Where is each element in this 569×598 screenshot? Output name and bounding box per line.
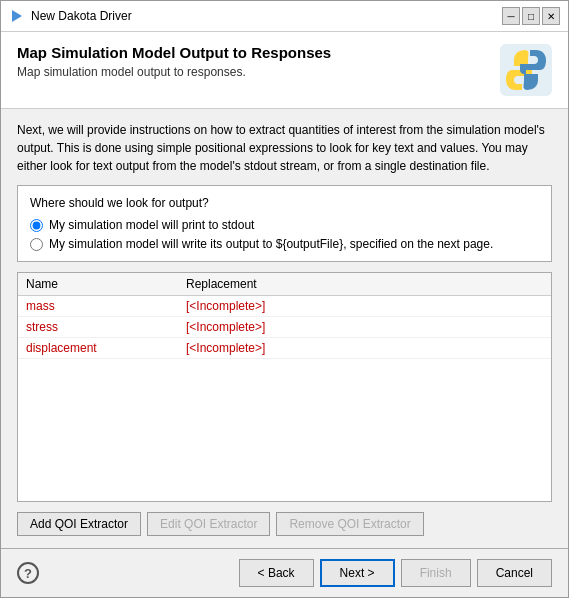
edit-qoi-button[interactable]: Edit QOI Extractor xyxy=(147,512,270,536)
cell-replacement-1: [<Incomplete>] xyxy=(186,320,543,334)
footer: ? < Back Next > Finish Cancel xyxy=(1,548,568,597)
cell-replacement-2: [<Incomplete>] xyxy=(186,341,543,355)
page-subtitle: Map simulation model output to responses… xyxy=(17,65,331,79)
radio-file[interactable] xyxy=(30,238,43,251)
extractor-buttons: Add QOI Extractor Edit QOI Extractor Rem… xyxy=(17,512,552,536)
next-button[interactable]: Next > xyxy=(320,559,395,587)
radio-option-file: My simulation model will write its outpu… xyxy=(30,237,539,251)
add-qoi-button[interactable]: Add QOI Extractor xyxy=(17,512,141,536)
col-header-name: Name xyxy=(26,277,186,291)
description-text: Next, we will provide instructions on ho… xyxy=(17,121,552,175)
cell-name-2: displacement xyxy=(26,341,186,355)
content-area: Next, we will provide instructions on ho… xyxy=(1,109,568,548)
cancel-button[interactable]: Cancel xyxy=(477,559,552,587)
cell-replacement-0: [<Incomplete>] xyxy=(186,299,543,313)
header-section: Map Simulation Model Output to Responses… xyxy=(1,32,568,109)
main-window: New Dakota Driver ─ □ ✕ Map Simulation M… xyxy=(0,0,569,598)
finish-button[interactable]: Finish xyxy=(401,559,471,587)
radio-stdout-label[interactable]: My simulation model will print to stdout xyxy=(49,218,254,232)
output-group-box: Where should we look for output? My simu… xyxy=(17,185,552,262)
table-row[interactable]: mass [<Incomplete>] xyxy=(18,296,551,317)
qoi-table: Name Replacement mass [<Incomplete>] str… xyxy=(17,272,552,502)
table-row[interactable]: stress [<Incomplete>] xyxy=(18,317,551,338)
app-icon xyxy=(9,8,25,24)
output-group-label: Where should we look for output? xyxy=(30,196,539,210)
header-text: Map Simulation Model Output to Responses… xyxy=(17,44,331,79)
svg-point-1 xyxy=(518,56,522,60)
radio-option-stdout: My simulation model will print to stdout xyxy=(30,218,539,232)
cell-name-1: stress xyxy=(26,320,186,334)
table-header: Name Replacement xyxy=(18,273,551,296)
radio-stdout[interactable] xyxy=(30,219,43,232)
radio-file-label[interactable]: My simulation model will write its outpu… xyxy=(49,237,493,251)
table-body: mass [<Incomplete>] stress [<Incomplete>… xyxy=(18,296,551,501)
python-logo xyxy=(500,44,552,96)
remove-qoi-button[interactable]: Remove QOI Extractor xyxy=(276,512,423,536)
cell-name-0: mass xyxy=(26,299,186,313)
table-row[interactable]: displacement [<Incomplete>] xyxy=(18,338,551,359)
page-title: Map Simulation Model Output to Responses xyxy=(17,44,331,61)
window-controls: ─ □ ✕ xyxy=(502,7,560,25)
window-title: New Dakota Driver xyxy=(31,9,496,23)
title-bar: New Dakota Driver ─ □ ✕ xyxy=(1,1,568,32)
footer-left: ? xyxy=(17,562,39,584)
minimize-button[interactable]: ─ xyxy=(502,7,520,25)
col-header-replacement: Replacement xyxy=(186,277,543,291)
svg-point-2 xyxy=(530,80,534,84)
footer-right: < Back Next > Finish Cancel xyxy=(239,559,552,587)
maximize-button[interactable]: □ xyxy=(522,7,540,25)
close-button[interactable]: ✕ xyxy=(542,7,560,25)
back-button[interactable]: < Back xyxy=(239,559,314,587)
help-button[interactable]: ? xyxy=(17,562,39,584)
